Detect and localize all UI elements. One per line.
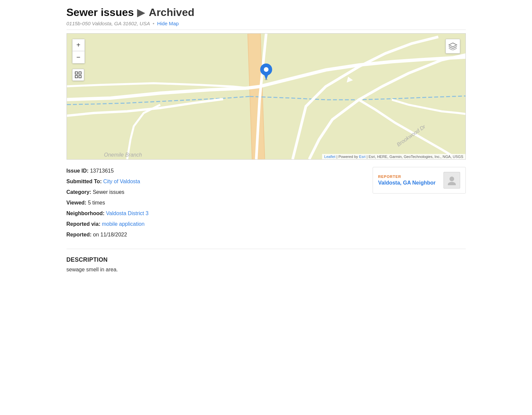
layers-button[interactable] xyxy=(445,39,460,54)
reported-via-label: Reported via: xyxy=(67,221,100,227)
svg-point-15 xyxy=(449,177,454,181)
details-section: Issue ID: 13713615 Submitted To: City of… xyxy=(67,167,466,249)
category-value: Sewer issues xyxy=(93,189,124,195)
avatar xyxy=(443,172,460,189)
attribution-powered: | Powered by xyxy=(336,155,359,159)
category-row: Category: Sewer issues xyxy=(67,188,363,196)
description-text: sewage smell in area. xyxy=(67,267,466,273)
description-heading: DESCRIPTION xyxy=(67,256,466,263)
viewed-row: Viewed: 5 times xyxy=(67,199,363,207)
map-background: Onemile Branch Brookwood Dr xyxy=(67,34,465,159)
reporter-inner: REPORTER Valdosta, GA Neighbor xyxy=(373,167,465,193)
map-container: Onemile Branch Brookwood Dr + − xyxy=(67,33,466,160)
layers-icon xyxy=(448,42,457,50)
svg-rect-11 xyxy=(79,72,81,74)
avatar-icon xyxy=(447,175,457,185)
map-zoom-controls: + − xyxy=(72,39,85,64)
address-text: 0115b-050 Valdosta, GA 31602, USA xyxy=(67,21,150,26)
details-left: Issue ID: 13713615 Submitted To: City of… xyxy=(67,167,363,241)
svg-rect-12 xyxy=(75,75,78,78)
zoom-out-button[interactable]: − xyxy=(73,51,85,63)
fullscreen-button[interactable] xyxy=(72,69,84,81)
issue-id-label: Issue ID: xyxy=(67,168,89,174)
reporter-section-label: REPORTER xyxy=(378,175,439,179)
neighborhood-row: Neighborhood: Valdosta District 3 xyxy=(67,209,363,217)
attribution-rest: | Esri, HERE, Garmin, GeoTechnologies, I… xyxy=(367,155,463,159)
fullscreen-icon xyxy=(75,71,82,78)
address-line: 0115b-050 Valdosta, GA 31602, USA • Hide… xyxy=(67,21,466,26)
submitted-to-link[interactable]: City of Valdosta xyxy=(103,179,140,184)
issue-id-row: Issue ID: 13713615 xyxy=(67,167,363,175)
reported-row: Reported: on 11/18/2022 xyxy=(67,231,363,239)
svg-point-9 xyxy=(265,79,268,80)
neighborhood-link[interactable]: Valdosta District 3 xyxy=(106,210,149,216)
zoom-in-button[interactable]: + xyxy=(73,39,85,51)
description-section: DESCRIPTION sewage smell in area. xyxy=(67,256,466,273)
header-section: Sewer issues ▶ Archived 0115b-050 Valdos… xyxy=(67,6,466,30)
neighborhood-label: Neighborhood: xyxy=(67,210,105,216)
svg-marker-14 xyxy=(449,43,457,47)
dot-separator: • xyxy=(153,21,154,26)
hide-map-link[interactable]: Hide Map xyxy=(157,21,179,26)
title-arrow: ▶ xyxy=(137,6,145,19)
reporter-name[interactable]: Valdosta, GA Neighbor xyxy=(378,180,439,186)
issue-id-value: 13713615 xyxy=(90,168,114,174)
svg-point-7 xyxy=(264,67,268,72)
title-main: Sewer issues xyxy=(67,6,134,19)
reporter-info: REPORTER Valdosta, GA Neighbor xyxy=(378,175,439,186)
svg-point-16 xyxy=(448,182,456,185)
reported-via-row: Reported via: mobile application xyxy=(67,220,363,228)
svg-rect-13 xyxy=(79,75,81,78)
page-container: Sewer issues ▶ Archived 0115b-050 Valdos… xyxy=(60,0,472,283)
category-label: Category: xyxy=(67,189,91,195)
map-attribution: Leaflet | Powered by Esri | Esri, HERE, … xyxy=(322,154,465,159)
viewed-label: Viewed: xyxy=(67,200,87,206)
viewed-value: 5 times xyxy=(88,200,105,206)
reported-label: Reported: xyxy=(67,232,92,237)
svg-text:Onemile Branch: Onemile Branch xyxy=(104,152,142,158)
page-title: Sewer issues ▶ Archived xyxy=(67,6,466,19)
submitted-to-row: Submitted To: City of Valdosta xyxy=(67,178,363,186)
esri-link[interactable]: Esri xyxy=(359,155,365,159)
submitted-to-label: Submitted To: xyxy=(67,179,102,184)
svg-rect-10 xyxy=(75,72,78,74)
map-pin xyxy=(260,64,272,81)
reported-value: on 11/18/2022 xyxy=(93,232,127,237)
reported-via-link[interactable]: mobile application xyxy=(102,221,144,227)
title-archived: Archived xyxy=(149,6,194,19)
reporter-card: REPORTER Valdosta, GA Neighbor xyxy=(373,167,466,194)
leaflet-link[interactable]: Leaflet xyxy=(324,155,335,159)
